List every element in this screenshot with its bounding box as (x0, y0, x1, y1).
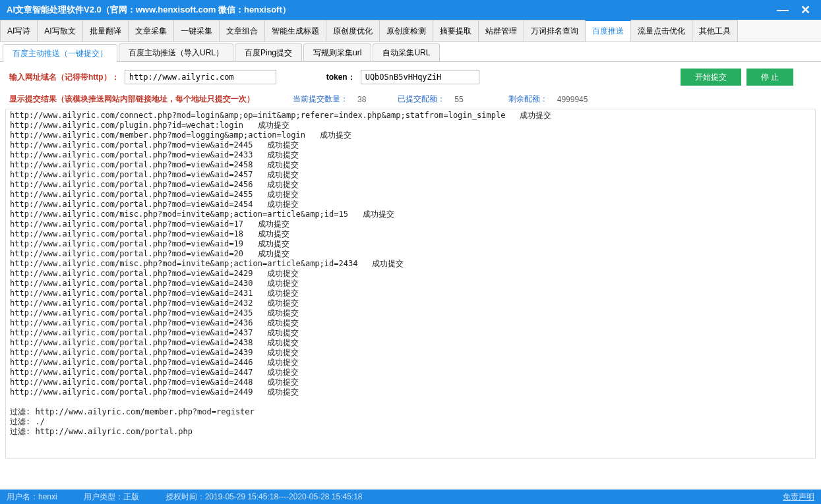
remain-quota-value: 4999945 (557, 95, 588, 104)
main-tab-5[interactable]: 文章组合 (219, 20, 265, 42)
app-title: AI文章智能处理软件V2.0（官网：www.henxisoft.com 微信：h… (7, 0, 291, 20)
main-tabs: AI写诗AI写散文批量翻译文章采集一键采集文章组合智能生成标题原创度优化原创度检… (0, 20, 821, 42)
main-tab-11[interactable]: 万词排名查询 (524, 20, 586, 42)
main-tab-13[interactable]: 流量点击优化 (630, 20, 692, 42)
main-tab-9[interactable]: 摘要提取 (433, 20, 479, 42)
sub-tab-3[interactable]: 写规则采集url (303, 43, 371, 61)
status-bar: 用户名：henxi 用户类型：正版 授权时间：2019-05-29 15:45:… (0, 490, 821, 504)
footer-type: 用户类型：正版 (84, 490, 139, 504)
domain-label: 输入网址域名（记得带http）： (9, 72, 119, 83)
main-tab-14[interactable]: 其他工具 (692, 20, 738, 42)
footer-auth: 授权时间：2019-05-29 15:45:18----2020-05-28 1… (166, 490, 363, 504)
main-tab-12[interactable]: 百度推送 (585, 20, 631, 42)
main-tab-3[interactable]: 文章采集 (128, 20, 174, 42)
main-tab-0[interactable]: AI写诗 (0, 20, 38, 42)
main-tab-10[interactable]: 站群管理 (478, 20, 524, 42)
submitted-quota-label: 已提交配额： (398, 94, 445, 105)
current-count-label: 当前提交数量： (293, 94, 348, 105)
submitted-quota-value: 55 (454, 95, 463, 104)
footer-user: 用户名：henxi (7, 490, 57, 504)
window-controls: — ✕ (777, 4, 814, 16)
main-tab-6[interactable]: 智能生成标题 (264, 20, 326, 42)
main-tab-7[interactable]: 原创度优化 (326, 20, 380, 42)
minimize-icon[interactable]: — (777, 4, 789, 16)
disclaimer-link[interactable]: 免责声明 (783, 490, 814, 504)
sub-tab-4[interactable]: 自动采集URL (373, 43, 440, 61)
domain-input[interactable] (125, 70, 276, 84)
token-label: token： (326, 72, 355, 83)
main-tab-4[interactable]: 一键采集 (173, 20, 220, 42)
input-row: 输入网址域名（记得带http）： token： 开始提交 停 止 (0, 62, 821, 91)
main-tab-2[interactable]: 批量翻译 (82, 20, 129, 42)
remain-quota-label: 剩余配额： (508, 94, 548, 105)
log-panel: http://www.ailyric.com/connect.php?mod=l… (5, 109, 816, 459)
stop-button[interactable]: 停 止 (746, 69, 793, 86)
main-tab-1[interactable]: AI写散文 (37, 20, 82, 42)
sub-tab-2[interactable]: 百度Ping提交 (235, 43, 302, 61)
current-count-value: 38 (357, 95, 366, 104)
main-tab-8[interactable]: 原创度检测 (379, 20, 433, 42)
title-bar: AI文章智能处理软件V2.0（官网：www.henxisoft.com 微信：h… (0, 0, 821, 20)
log-output[interactable]: http://www.ailyric.com/connect.php?mod=l… (6, 109, 815, 458)
sub-tabs: 百度主动推送（一键提交）百度主动推送（导入URL）百度Ping提交写规则采集ur… (0, 42, 821, 62)
sub-tab-0[interactable]: 百度主动推送（一键提交） (3, 44, 117, 62)
start-button[interactable]: 开始提交 (681, 69, 741, 86)
status-row: 显示提交结果（该模块推送网站内部链接地址，每个地址只提交一次） 当前提交数量： … (0, 91, 821, 107)
result-label: 显示提交结果（该模块推送网站内部链接地址，每个地址只提交一次） (9, 94, 255, 105)
token-input[interactable] (361, 70, 479, 84)
close-icon[interactable]: ✕ (801, 4, 810, 16)
sub-tab-1[interactable]: 百度主动推送（导入URL） (119, 43, 233, 61)
